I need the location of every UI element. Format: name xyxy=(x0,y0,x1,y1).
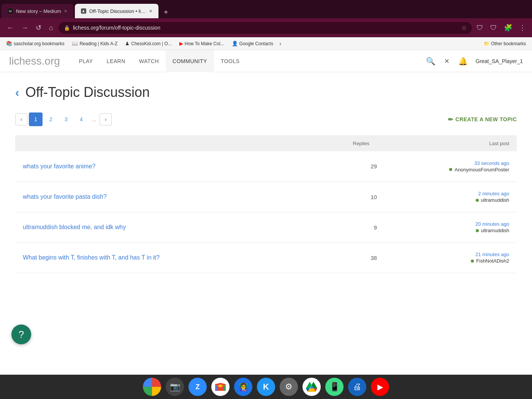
bookmarks-more-button[interactable]: › xyxy=(278,40,283,48)
topic-2-time[interactable]: 2 minutes ago xyxy=(392,191,509,196)
address-bar: ← → ↺ ⌂ 🔒 lichess.org/forum/off-topic-di… xyxy=(0,18,532,37)
page-4-button[interactable]: 4 xyxy=(74,112,88,126)
bookmark-chesskid-label: ChessKid.com | O... xyxy=(131,41,171,46)
browser-actions: 🛡 🛡 🧩 ⋮ xyxy=(475,22,527,33)
tab-2-close[interactable]: × xyxy=(149,8,152,14)
topic-2-online-dot xyxy=(476,199,479,202)
forum-back-button[interactable]: ‹ xyxy=(15,86,19,100)
bookmark-youtube-col[interactable]: ▶ How To Make Col... xyxy=(176,40,227,48)
tab-1[interactable]: M New story – Medium × xyxy=(2,4,73,18)
nav-close-button[interactable]: × xyxy=(443,55,451,68)
topic-1-replies: 29 xyxy=(316,151,385,182)
taskbar-drive[interactable] xyxy=(302,378,321,396)
forum-header: ‹ Off-Topic Discussion xyxy=(15,84,517,100)
tab-2[interactable]: ♟ Off-Topic Discussion • lichess... × xyxy=(75,4,158,18)
table-row: whats your favorite pasta dish? 10 2 min… xyxy=(15,182,517,212)
page-3-button[interactable]: 3 xyxy=(59,112,73,126)
nav-learn[interactable]: LEARN xyxy=(100,50,132,72)
bookmark-chesskid[interactable]: ♟ ChessKid.com | O... xyxy=(122,40,174,48)
topic-3-online-dot xyxy=(476,229,479,232)
youtube-col-icon: ▶ xyxy=(179,41,183,46)
bookmark-star-icon[interactable]: ☆ xyxy=(461,24,467,32)
lichess-logo[interactable]: lichess.org xyxy=(9,55,60,67)
topic-1-user: AnonymousForumPoster xyxy=(392,167,509,173)
forum-table: Replies Last post whats your favorite an… xyxy=(15,135,517,273)
notifications-button[interactable]: 🔔 xyxy=(457,55,469,67)
bookmarks-bar: 📚 sascholar.org bookmarks 📖 Reading | Ki… xyxy=(0,37,532,50)
topic-2-replies: 10 xyxy=(316,182,385,212)
reload-button[interactable]: ↺ xyxy=(33,22,44,33)
topic-1-time[interactable]: 33 seconds ago xyxy=(392,160,509,166)
taskbar-gmail[interactable] xyxy=(211,378,230,396)
back-button[interactable]: ← xyxy=(5,22,16,33)
home-button[interactable]: ⌂ xyxy=(47,22,55,33)
table-row: ultramuddish blocked me, and idk why 9 2… xyxy=(15,212,517,242)
topic-4-cell: What begins with T, finishes with T, and… xyxy=(15,242,316,273)
create-topic-button[interactable]: ✏ CREATE A NEW TOPIC xyxy=(448,116,517,123)
taskbar-klack[interactable]: K xyxy=(257,378,275,396)
nav-play[interactable]: PLAY xyxy=(72,50,100,72)
next-page-button[interactable]: › xyxy=(100,113,112,125)
topic-4-time[interactable]: 21 minutes ago xyxy=(392,252,509,257)
page-2-button[interactable]: 2 xyxy=(44,112,58,126)
topic-1-link[interactable]: whats your favorite anime? xyxy=(23,163,95,169)
more-menu-button[interactable]: ⋮ xyxy=(518,22,527,33)
table-row: whats your favorite anime? 29 33 seconds… xyxy=(15,151,517,182)
topic-4-link[interactable]: What begins with T, finishes with T, and… xyxy=(23,254,160,261)
bookmark-google-contacts[interactable]: 👤 Google Contacts xyxy=(229,40,276,48)
nav-community[interactable]: COMMUNITY xyxy=(166,50,214,72)
google-contacts-icon: 👤 xyxy=(232,41,238,46)
nav-tools[interactable]: TOOLS xyxy=(214,50,247,72)
topic-1-online-dot xyxy=(449,168,452,171)
topic-3-link[interactable]: ultramuddish blocked me, and idk why xyxy=(23,224,126,230)
shield1-button[interactable]: 🛡 xyxy=(475,22,485,33)
pagination: ‹ 1 2 3 4 … › ✏ CREATE A NEW TOPIC xyxy=(15,112,517,126)
topic-1-cell: whats your favorite anime? xyxy=(15,151,316,182)
taskbar-printer[interactable]: 🖨 xyxy=(348,378,366,396)
other-bookmarks[interactable]: 📁 Other bookmarks xyxy=(481,40,529,48)
taskbar-chrome[interactable] xyxy=(143,378,161,396)
taskbar-classroom[interactable]: 👩‍🏫 xyxy=(234,378,252,396)
taskbar-zoom[interactable]: Z xyxy=(188,378,207,396)
forum-title: Off-Topic Discussion xyxy=(25,84,150,100)
extensions-button[interactable]: 🧩 xyxy=(502,22,514,33)
lichess-nav: lichess.org PLAY LEARN WATCH COMMUNITY T… xyxy=(0,50,532,72)
taskbar-camera[interactable]: 📷 xyxy=(166,378,184,396)
nav-links: PLAY LEARN WATCH COMMUNITY TOOLS xyxy=(72,50,424,72)
topic-2-last-post: 2 minutes ago ultramuddish xyxy=(385,182,517,212)
topic-3-time[interactable]: 20 minutes ago xyxy=(392,221,509,227)
topic-3-user: ultramuddish xyxy=(392,228,509,233)
floating-action-button[interactable]: ? xyxy=(11,325,31,344)
folder-icon: 📁 xyxy=(484,41,489,46)
table-row: What begins with T, finishes with T, and… xyxy=(15,242,517,273)
topic-2-cell: whats your favorite pasta dish? xyxy=(15,182,316,212)
address-input-wrap[interactable]: 🔒 lichess.org/forum/off-topic-discussion… xyxy=(59,22,472,34)
bookmark-sascholar-label: sascholar.org bookmarks xyxy=(14,41,64,46)
page-1-button[interactable]: 1 xyxy=(29,112,43,126)
tab-1-title: New story – Medium xyxy=(16,8,61,14)
new-tab-button[interactable]: + xyxy=(160,6,172,18)
chesskid-icon: ♟ xyxy=(125,41,130,46)
username-display[interactable]: Great_SA_Player_1 xyxy=(475,58,523,64)
topic-3-username: ultramuddish xyxy=(481,228,509,233)
taskbar-youtube[interactable]: ▶ xyxy=(371,378,389,396)
logo-ext: .org xyxy=(42,55,60,67)
forward-button[interactable]: → xyxy=(19,22,30,33)
topic-3-cell: ultramuddish blocked me, and idk why xyxy=(15,212,316,242)
tab-2-title: Off-Topic Discussion • lichess... xyxy=(89,8,146,14)
other-bookmarks-label: Other bookmarks xyxy=(491,41,526,46)
bookmark-reading[interactable]: 📖 Reading | Kids A-Z xyxy=(69,40,120,48)
search-button[interactable]: 🔍 xyxy=(424,55,437,67)
prev-page-button[interactable]: ‹ xyxy=(15,113,27,125)
bookmark-sascholar[interactable]: 📚 sascholar.org bookmarks xyxy=(3,40,67,48)
topic-4-last-post: 21 minutes ago FishNotADish2 xyxy=(385,242,517,273)
taskbar-settings[interactable]: ⚙ xyxy=(280,378,298,396)
shield2-button[interactable]: 🛡 xyxy=(489,22,499,33)
taskbar-phone[interactable]: 📱 xyxy=(325,378,344,396)
nav-watch[interactable]: WATCH xyxy=(132,50,166,72)
topic-3-last-post: 20 minutes ago ultramuddish xyxy=(385,212,517,242)
topic-2-link[interactable]: whats your favorite pasta dish? xyxy=(23,193,107,200)
topic-4-online-dot xyxy=(471,260,474,263)
tab-1-close[interactable]: × xyxy=(64,8,67,14)
col-last-post: Last post xyxy=(385,135,517,151)
